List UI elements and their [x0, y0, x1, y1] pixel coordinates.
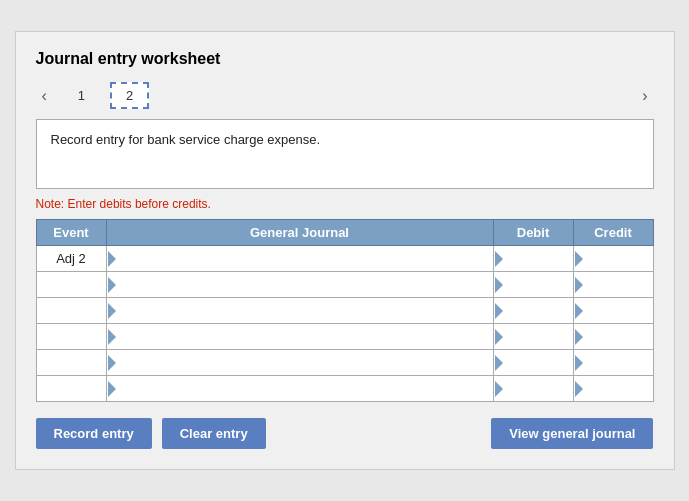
debit-cell[interactable]: [493, 324, 573, 350]
credit-cell[interactable]: [573, 298, 653, 324]
debit-triangle-icon: [495, 355, 503, 371]
credit-cell[interactable]: [573, 324, 653, 350]
credit-cell[interactable]: [573, 376, 653, 402]
note-text: Note: Enter debits before credits.: [36, 197, 654, 211]
credit-input[interactable]: [583, 273, 653, 297]
event-cell: [36, 350, 106, 376]
debit-input[interactable]: [503, 351, 573, 375]
credit-triangle-icon: [575, 277, 583, 293]
instruction-box: Record entry for bank service charge exp…: [36, 119, 654, 189]
event-cell: [36, 272, 106, 298]
credit-cell[interactable]: [573, 272, 653, 298]
debit-cell[interactable]: [493, 376, 573, 402]
buttons-row: Record entry Clear entry View general jo…: [36, 418, 654, 449]
event-cell: [36, 376, 106, 402]
gj-input[interactable]: [116, 299, 493, 323]
gj-cell[interactable]: [106, 350, 493, 376]
gj-triangle-icon: [108, 303, 116, 319]
credit-input[interactable]: [583, 299, 653, 323]
credit-triangle-icon: [575, 251, 583, 267]
tab-1[interactable]: 1: [63, 83, 100, 108]
event-cell: Adj 2: [36, 246, 106, 272]
page-title: Journal entry worksheet: [36, 50, 654, 68]
col-header-gj: General Journal: [106, 220, 493, 246]
debit-triangle-icon: [495, 329, 503, 345]
credit-triangle-icon: [575, 329, 583, 345]
col-header-event: Event: [36, 220, 106, 246]
table-row: [36, 350, 653, 376]
col-header-credit: Credit: [573, 220, 653, 246]
debit-input[interactable]: [503, 247, 573, 271]
debit-cell[interactable]: [493, 350, 573, 376]
gj-input[interactable]: [116, 247, 493, 271]
col-header-debit: Debit: [493, 220, 573, 246]
gj-input[interactable]: [116, 325, 493, 349]
gj-cell[interactable]: [106, 272, 493, 298]
instruction-text: Record entry for bank service charge exp…: [51, 132, 321, 147]
debit-cell[interactable]: [493, 246, 573, 272]
event-cell: [36, 298, 106, 324]
credit-input[interactable]: [583, 351, 653, 375]
table-row: [36, 376, 653, 402]
debit-triangle-icon: [495, 277, 503, 293]
credit-input[interactable]: [583, 247, 653, 271]
worksheet-container: Journal entry worksheet ‹ 1 2 › Record e…: [15, 31, 675, 470]
gj-triangle-icon: [108, 355, 116, 371]
credit-triangle-icon: [575, 303, 583, 319]
gj-cell[interactable]: [106, 376, 493, 402]
gj-input[interactable]: [116, 351, 493, 375]
debit-triangle-icon: [495, 381, 503, 397]
table-row: [36, 324, 653, 350]
debit-cell[interactable]: [493, 272, 573, 298]
prev-arrow[interactable]: ‹: [36, 85, 53, 107]
credit-input[interactable]: [583, 377, 653, 401]
tab-2[interactable]: 2: [110, 82, 149, 109]
gj-triangle-icon: [108, 381, 116, 397]
table-row: Adj 2: [36, 246, 653, 272]
debit-input[interactable]: [503, 325, 573, 349]
gj-input[interactable]: [116, 273, 493, 297]
debit-input[interactable]: [503, 273, 573, 297]
table-row: [36, 298, 653, 324]
credit-input[interactable]: [583, 325, 653, 349]
gj-cell[interactable]: [106, 324, 493, 350]
gj-cell[interactable]: [106, 246, 493, 272]
gj-triangle-icon: [108, 251, 116, 267]
debit-triangle-icon: [495, 251, 503, 267]
journal-table: Event General Journal Debit Credit Adj 2: [36, 219, 654, 402]
credit-triangle-icon: [575, 355, 583, 371]
credit-cell[interactable]: [573, 246, 653, 272]
debit-input[interactable]: [503, 377, 573, 401]
record-entry-button[interactable]: Record entry: [36, 418, 152, 449]
next-arrow[interactable]: ›: [636, 85, 653, 107]
view-general-journal-button[interactable]: View general journal: [491, 418, 653, 449]
credit-cell[interactable]: [573, 350, 653, 376]
debit-triangle-icon: [495, 303, 503, 319]
gj-triangle-icon: [108, 329, 116, 345]
credit-triangle-icon: [575, 381, 583, 397]
debit-cell[interactable]: [493, 298, 573, 324]
debit-input[interactable]: [503, 299, 573, 323]
gj-triangle-icon: [108, 277, 116, 293]
gj-cell[interactable]: [106, 298, 493, 324]
table-row: [36, 272, 653, 298]
gj-input[interactable]: [116, 377, 493, 401]
clear-entry-button[interactable]: Clear entry: [162, 418, 266, 449]
event-cell: [36, 324, 106, 350]
tab-navigation: ‹ 1 2 ›: [36, 82, 654, 109]
